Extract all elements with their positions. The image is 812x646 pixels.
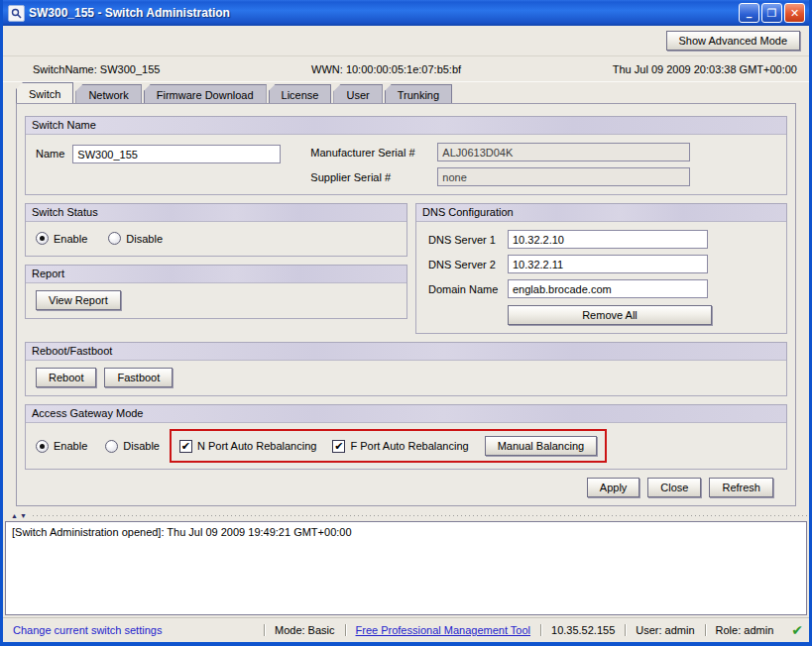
domain-name-label: Domain Name xyxy=(428,283,508,295)
connection-ok-icon: ✔ xyxy=(783,622,803,638)
action-button-row: Apply Close Refresh xyxy=(25,478,787,497)
report-section-title: Report xyxy=(26,266,406,283)
switch-status-disable-radio[interactable]: Disable xyxy=(108,232,163,245)
nport-auto-rebalancing-checkbox[interactable]: ✔ N Port Auto Rebalancing xyxy=(179,440,316,453)
show-advanced-mode-button[interactable]: Show Advanced Mode xyxy=(666,31,800,51)
minimize-button[interactable]: – xyxy=(739,3,759,23)
supplier-serial-label: Supplier Serial # xyxy=(310,171,437,183)
splitter-grip[interactable] xyxy=(33,514,807,517)
switch-status-section-title: Switch Status xyxy=(26,204,406,222)
dns-server1-label: DNS Server 1 xyxy=(428,234,508,246)
tab-switch[interactable]: Switch xyxy=(16,82,73,103)
manufacturer-serial-label: Manufacturer Serial # xyxy=(310,147,437,159)
magnifier-glyph xyxy=(11,8,22,19)
app-icon[interactable] xyxy=(8,5,25,22)
management-tool-link[interactable]: Free Professional Management Tool xyxy=(356,624,531,636)
switch-status-section: Switch Status Enable Disable xyxy=(25,203,407,257)
switch-name-text: SwitchName: SW300_155 xyxy=(33,63,160,75)
event-log-panel[interactable]: [Switch Administration opened]: Thu Jul … xyxy=(5,521,807,615)
remove-all-button[interactable]: Remove All xyxy=(508,305,712,325)
switch-info-bar: SwitchName: SW300_155 WWN: 10:00:00:05:1… xyxy=(3,55,809,82)
radio-unselected-icon xyxy=(108,232,121,245)
tab-trunking[interactable]: Trunking xyxy=(385,84,452,103)
checkbox-checked-icon: ✔ xyxy=(332,440,345,453)
radio-selected-icon xyxy=(36,440,49,453)
reboot-button[interactable]: Reboot xyxy=(36,368,96,387)
user-indicator: User: admin xyxy=(625,624,704,636)
splitter-collapse-icons[interactable]: ▲▼ xyxy=(11,512,29,519)
radio-unselected-icon xyxy=(105,440,118,453)
fastboot-button[interactable]: Fastboot xyxy=(104,368,173,387)
manual-balancing-button[interactable]: Manual Balancing xyxy=(485,436,597,456)
split-pane-divider[interactable]: ▲▼ xyxy=(5,509,807,521)
mode-indicator: Mode: Basic xyxy=(264,624,345,636)
status-bar: Change current switch settings Mode: Bas… xyxy=(3,617,809,642)
report-section: Report View Report xyxy=(25,265,407,319)
name-label: Name xyxy=(36,148,64,160)
switch-status-enable-radio[interactable]: Enable xyxy=(36,232,87,245)
checkbox-checked-icon: ✔ xyxy=(179,440,192,453)
switch-administration-window: SW300_155 - Switch Administration – ❐ ✕ … xyxy=(0,0,812,646)
switch-name-section-title: Switch Name xyxy=(26,117,786,135)
log-entry: [Switch Administration opened]: Thu Jul … xyxy=(12,526,352,538)
radio-selected-icon xyxy=(36,232,49,245)
dns-section-title: DNS Configuration xyxy=(416,204,786,222)
tab-license[interactable]: License xyxy=(269,84,332,103)
domain-name-input[interactable] xyxy=(508,279,708,298)
wwn-text: WWN: 10:00:00:05:1e:07:b5:bf xyxy=(160,63,612,75)
access-gateway-section: Access Gateway Mode Enable Disable ✔ N P… xyxy=(25,404,787,470)
switch-name-input[interactable] xyxy=(72,145,281,163)
rebalancing-highlight-box: ✔ N Port Auto Rebalancing ✔ F Port Auto … xyxy=(170,429,607,463)
role-indicator: Role: admin xyxy=(705,624,784,636)
advanced-mode-row: Show Advanced Mode xyxy=(3,26,809,55)
access-gateway-section-title: Access Gateway Mode xyxy=(26,405,786,423)
dns-server1-input[interactable] xyxy=(508,230,708,249)
view-report-button[interactable]: View Report xyxy=(36,290,121,310)
window-title: SW300_155 - Switch Administration xyxy=(29,6,737,20)
dns-server2-label: DNS Server 2 xyxy=(428,259,508,270)
ag-disable-radio[interactable]: Disable xyxy=(105,440,160,453)
switch-name-section: Switch Name Name Manufacturer Serial # S… xyxy=(25,116,787,195)
refresh-button[interactable]: Refresh xyxy=(709,478,773,497)
fport-auto-rebalancing-checkbox[interactable]: ✔ F Port Auto Rebalancing xyxy=(332,440,468,453)
close-button[interactable]: Close xyxy=(647,478,701,497)
switch-ip-text: 10.35.52.155 xyxy=(540,624,625,636)
tab-user[interactable]: User xyxy=(333,84,382,103)
tab-firmware-download[interactable]: Firmware Download xyxy=(144,84,267,103)
apply-button[interactable]: Apply xyxy=(587,478,640,497)
datetime-text: Thu Jul 09 2009 20:03:38 GMT+00:00 xyxy=(613,63,797,75)
tab-network[interactable]: Network xyxy=(75,84,141,103)
switch-tab-panel: Switch Name Name Manufacturer Serial # S… xyxy=(16,103,796,506)
dns-configuration-section: DNS Configuration DNS Server 1 DNS Serve… xyxy=(415,203,787,334)
manufacturer-serial-field xyxy=(437,143,690,162)
title-bar: SW300_155 - Switch Administration – ❐ ✕ xyxy=(3,0,809,26)
tab-bar: Switch Network Firmware Download License… xyxy=(3,82,809,103)
status-hint-text: Change current switch settings xyxy=(13,624,264,636)
dns-server2-input[interactable] xyxy=(508,255,708,273)
ag-enable-radio[interactable]: Enable xyxy=(36,440,87,453)
supplier-serial-field xyxy=(437,167,690,186)
reboot-section-title: Reboot/Fastboot xyxy=(26,343,786,361)
close-window-button[interactable]: ✕ xyxy=(784,3,805,23)
reboot-fastboot-section: Reboot/Fastboot Reboot Fastboot xyxy=(25,342,787,396)
maximize-button[interactable]: ❐ xyxy=(761,3,782,23)
